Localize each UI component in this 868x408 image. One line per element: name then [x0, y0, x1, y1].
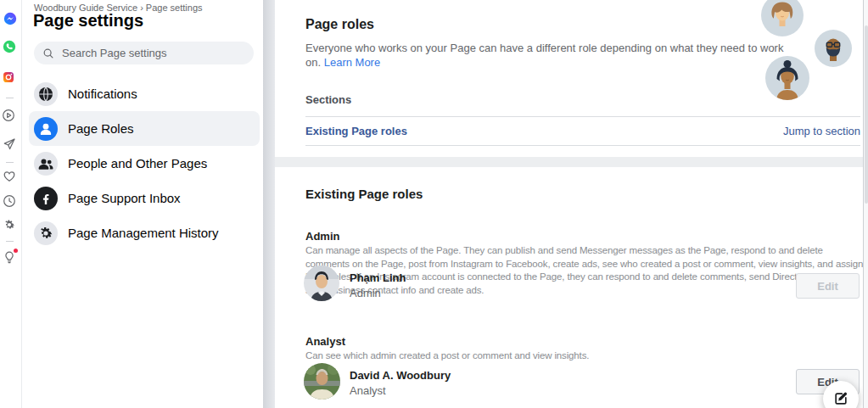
member-avatar-pham-linh — [304, 265, 339, 301]
people-icon — [34, 152, 58, 176]
jump-to-section-link[interactable]: Jump to section — [783, 125, 860, 137]
member-role: Admin — [350, 287, 381, 299]
admin-role-description: Can manage all aspects of the Page. They… — [305, 244, 864, 297]
sidebar-item-label: People and Other Pages — [68, 156, 207, 170]
rail-divider — [6, 162, 14, 163]
member-role: Analyst — [350, 384, 386, 397]
send-icon[interactable] — [3, 137, 16, 151]
card-separator — [275, 157, 863, 167]
sidebar-item-page-management-history[interactable]: Page Management History — [29, 215, 260, 250]
facebook-icon — [34, 187, 58, 210]
sections-row: Existing Page roles Jump to section — [305, 117, 860, 145]
page-roles-content: Page roles Everyone who works on your Pa… — [275, 0, 863, 408]
scrollbar-thumb[interactable] — [865, 25, 868, 204]
whatsapp-icon[interactable] — [3, 40, 16, 53]
analyst-role-heading: Analyst — [305, 335, 345, 348]
section-title-page-roles: Page roles — [305, 17, 374, 32]
analyst-role-description: Can see which admin created a post or co… — [305, 349, 864, 363]
member-name: David A. Woodbury — [350, 369, 451, 382]
edit-admin-button[interactable]: Edit — [796, 273, 860, 299]
globe-icon — [34, 82, 58, 106]
watch-icon[interactable] — [2, 109, 15, 122]
messenger-icon[interactable] — [3, 12, 17, 25]
illustrated-avatar-2 — [815, 30, 852, 67]
settings-menu: Notifications Page Roles People and Othe… — [22, 76, 263, 250]
sidebar-item-page-roles[interactable]: Page Roles — [29, 111, 260, 146]
clock-icon[interactable] — [3, 194, 16, 208]
instagram-icon[interactable] — [2, 70, 15, 84]
search-page-settings[interactable] — [34, 42, 254, 64]
member-avatar-david-woodbury — [304, 363, 340, 400]
facebook-page-settings-window: Woodbury Guide Service › Page settings P… — [0, 0, 868, 408]
settings-sidebar: Woodbury Guide Service › Page settings P… — [22, 0, 263, 408]
sidebar-item-people-and-other-pages[interactable]: People and Other Pages — [29, 146, 260, 181]
sidebar-item-label: Page Management History — [68, 226, 219, 240]
rail-divider — [6, 98, 14, 98]
sidebar-main-divider — [263, 0, 275, 408]
admin-role-heading: Admin — [305, 230, 339, 243]
sections-label: Sections — [305, 93, 351, 106]
existing-page-roles-link[interactable]: Existing Page roles — [305, 125, 407, 137]
member-name: Phạm Linh — [350, 271, 406, 284]
notification-badge — [14, 249, 18, 253]
divider — [305, 145, 860, 146]
rail-divider — [6, 241, 14, 242]
sidebar-item-label: Page Roles — [68, 121, 134, 136]
app-shortcut-rail — [0, 0, 22, 408]
search-input[interactable] — [60, 46, 245, 60]
heart-icon[interactable] — [3, 170, 16, 183]
sidebar-item-page-support-inbox[interactable]: Page Support Inbox — [29, 181, 260, 215]
gear-icon — [34, 221, 58, 245]
page-title: Page settings — [33, 11, 143, 31]
scrollbar[interactable] — [863, 0, 868, 408]
ideas-lightbulb-icon[interactable] — [3, 250, 16, 264]
search-icon — [42, 48, 54, 59]
illustrated-avatar-3 — [765, 56, 809, 100]
compose-icon — [832, 390, 849, 407]
sidebar-item-label: Notifications — [68, 87, 137, 101]
existing-page-roles-heading: Existing Page roles — [305, 187, 423, 201]
sidebar-item-label: Page Support Inbox — [68, 191, 181, 205]
gear-icon[interactable] — [3, 218, 16, 232]
sidebar-item-notifications[interactable]: Notifications — [29, 76, 260, 111]
learn-more-link[interactable]: Learn More — [324, 56, 380, 69]
person-icon — [34, 117, 58, 141]
illustrated-avatar-1 — [761, 0, 804, 36]
page-roles-description: Everyone who works on your Page can have… — [305, 41, 796, 70]
